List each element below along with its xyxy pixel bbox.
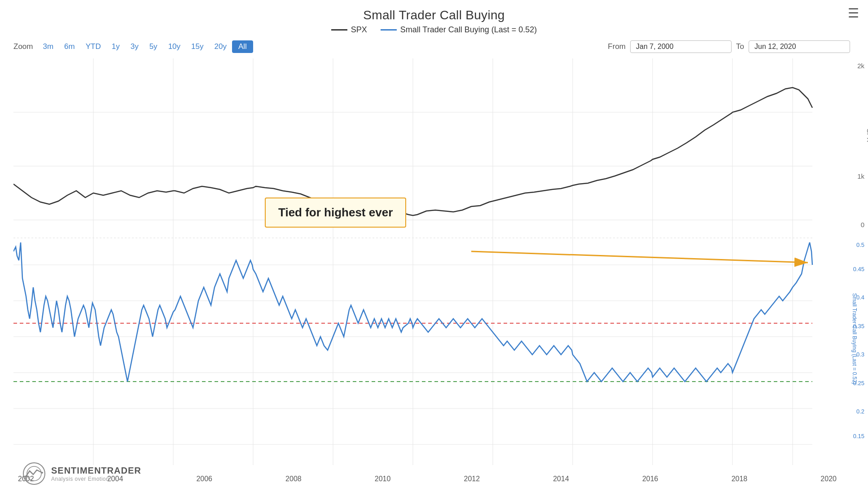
legend-sentiment: Small Trader Call Buying (Last = 0.52) [381,25,537,35]
zoom-20y[interactable]: 20y [209,40,232,53]
zoom-5y[interactable]: 5y [144,40,163,53]
sentiment-axis-title: Small Trader Call Buying (Last = 0.52) [851,293,858,383]
svg-point-27 [41,472,43,474]
sentiment-axis-045: 0.45 [853,266,864,272]
to-label: To [736,42,744,51]
sentiment-axis-015: 0.15 [853,433,864,439]
annotation-box: Tied for highest ever [265,198,406,228]
zoom-label: Zoom [13,42,33,51]
spx-axis-1k: 1k [857,172,864,180]
x-label-2018: 2018 [732,475,748,483]
x-label-2008: 2008 [285,475,302,483]
spx-axis-0: 0 [861,221,864,228]
logo-text: SENTIMENTRADER Analysis over Emotion [51,466,141,482]
chart-area: Tied for highest ever 2k 1k 0 SPX 0.5 0.… [13,58,841,465]
zoom-3y[interactable]: 3y [125,40,144,53]
logo-tagline: Analysis over Emotion [51,476,141,482]
zoom-3m[interactable]: 3m [37,40,59,53]
sentiment-axis-050: 0.5 [856,242,864,248]
from-label: From [608,42,626,51]
x-label-2006: 2006 [196,475,212,483]
date-controls: From To [608,40,850,53]
x-label-2014: 2014 [553,475,569,483]
to-date-input[interactable] [749,40,850,53]
spx-axis-title: SPX [865,129,868,142]
zoom-10y[interactable]: 10y [163,40,186,53]
svg-point-26 [25,475,27,477]
chart-title: Small Trader Call Buying [0,0,868,22]
zoom-15y[interactable]: 15y [186,40,209,53]
zoom-ytd[interactable]: YTD [80,40,106,53]
sentimentrader-logo-icon [22,462,46,485]
sentiment-axis-020: 0.2 [856,408,864,415]
hamburger-menu[interactable]: ☰ [848,7,859,20]
legend-spx-label: SPX [351,25,367,35]
logo-area: SENTIMENTRADER Analysis over Emotion [22,462,141,485]
spx-line-icon [331,29,347,31]
zoom-1y[interactable]: 1y [106,40,125,53]
legend: SPX Small Trader Call Buying (Last = 0.5… [0,25,868,35]
sentiment-line-icon [381,29,397,31]
x-label-2012: 2012 [464,475,480,483]
from-date-input[interactable] [630,40,732,53]
x-label-2016: 2016 [642,475,658,483]
x-label-2020: 2020 [820,475,837,483]
zoom-bar: Zoom 3m 6m YTD 1y 3y 5y 10y 15y 20y All [13,40,253,53]
spx-axis-2k: 2k [857,62,864,70]
chart-svg [13,58,841,465]
zoom-6m[interactable]: 6m [59,40,80,53]
chart-container: Small Trader Call Buying SPX Small Trade… [0,0,868,492]
legend-spx: SPX [331,25,367,35]
logo-name: SENTIMENTRADER [51,466,141,476]
zoom-all[interactable]: All [232,40,253,53]
legend-sentiment-label: Small Trader Call Buying (Last = 0.52) [400,25,537,35]
x-label-2010: 2010 [375,475,391,483]
svg-line-23 [471,251,808,263]
annotation-text: Tied for highest ever [278,206,393,219]
